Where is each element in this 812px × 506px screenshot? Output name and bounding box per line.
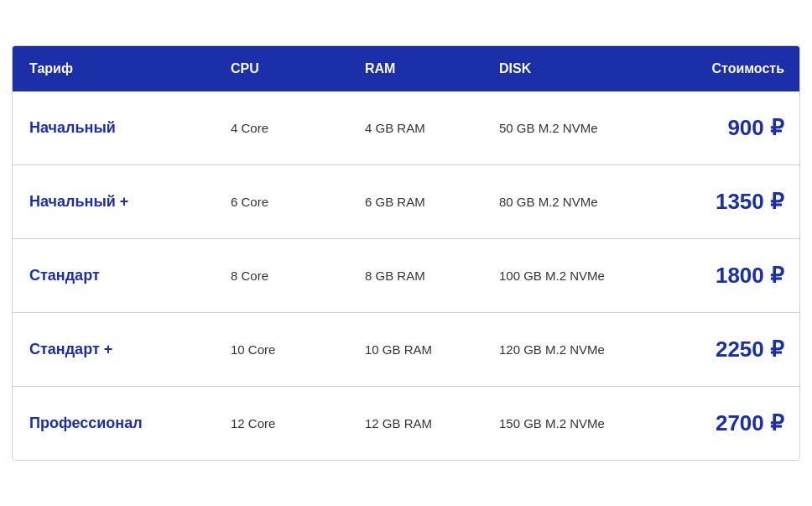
header-plan: Тариф bbox=[13, 46, 214, 91]
cpu-value: 8 Core bbox=[214, 245, 348, 306]
disk-value: 80 GB M.2 NVMe bbox=[482, 171, 650, 232]
cpu-value: 10 Core bbox=[214, 319, 348, 380]
disk-value: 50 GB M.2 NVMe bbox=[482, 97, 650, 159]
table-row: Начальный 4 Core 4 GB RAM 50 GB M.2 NVMe… bbox=[13, 91, 799, 165]
header-disk: DISK bbox=[482, 46, 650, 91]
disk-value: 100 GB M.2 NVMe bbox=[482, 245, 650, 306]
table-row: Начальный + 6 Core 6 GB RAM 80 GB M.2 NV… bbox=[13, 165, 799, 239]
disk-value: 120 GB M.2 NVMe bbox=[482, 319, 650, 380]
header-price: Стоимость bbox=[650, 46, 800, 91]
pricing-table: Тариф CPU RAM DISK Стоимость Начальный 4… bbox=[12, 45, 800, 461]
ram-value: 12 GB RAM bbox=[348, 393, 482, 454]
ram-value: 8 GB RAM bbox=[348, 245, 482, 306]
table-row: Профессионал 12 Core 12 GB RAM 150 GB M.… bbox=[13, 387, 799, 460]
plan-name: Начальный bbox=[13, 96, 214, 160]
price-value: 2250 ₽ bbox=[650, 313, 800, 386]
header-cpu: CPU bbox=[214, 46, 348, 91]
header-ram: RAM bbox=[348, 46, 482, 91]
price-value: 1350 ₽ bbox=[650, 165, 800, 238]
disk-value: 150 GB M.2 NVMe bbox=[482, 393, 650, 454]
price-value: 2700 ₽ bbox=[650, 387, 800, 460]
table-row: Стандарт + 10 Core 10 GB RAM 120 GB M.2 … bbox=[13, 313, 799, 387]
ram-value: 10 GB RAM bbox=[348, 319, 482, 380]
plan-name: Начальный + bbox=[13, 170, 214, 234]
ram-value: 6 GB RAM bbox=[348, 171, 482, 232]
table-row: Стандарт 8 Core 8 GB RAM 100 GB M.2 NVMe… bbox=[13, 239, 799, 313]
cpu-value: 4 Core bbox=[214, 97, 348, 159]
table-header: Тариф CPU RAM DISK Стоимость bbox=[13, 46, 799, 91]
plan-name: Стандарт + bbox=[13, 317, 214, 382]
price-value: 900 ₽ bbox=[650, 91, 800, 164]
plan-name: Профессионал bbox=[13, 391, 214, 456]
ram-value: 4 GB RAM bbox=[348, 97, 482, 159]
cpu-value: 12 Core bbox=[214, 393, 348, 454]
cpu-value: 6 Core bbox=[214, 171, 348, 232]
price-value: 1800 ₽ bbox=[650, 239, 800, 312]
plan-name: Стандарт bbox=[13, 243, 214, 308]
